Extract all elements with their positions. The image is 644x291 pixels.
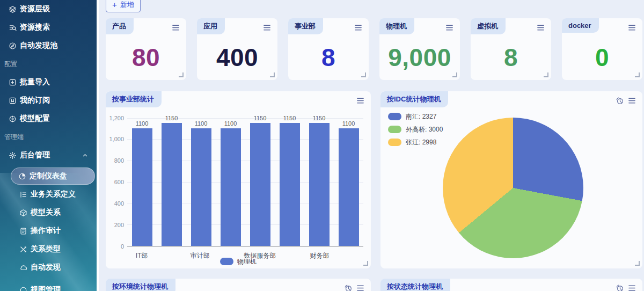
manage-icon <box>19 286 27 291</box>
gear-icon <box>9 151 17 159</box>
sidebar-item-label: 模型配置 <box>20 114 50 123</box>
legend-item[interactable]: 张江: 2998 <box>388 138 443 147</box>
card-actions <box>344 284 364 291</box>
bar[interactable] <box>191 128 211 245</box>
sidebar-item-cloud[interactable]: 自动发现 <box>0 258 97 277</box>
bar-value-label: 1150 <box>313 115 326 121</box>
bar-slot: 1150 <box>245 118 275 246</box>
bar-slot: 1150 <box>304 118 334 246</box>
add-button-label: 新增 <box>120 0 134 10</box>
stat-card-value: 8 <box>471 45 551 70</box>
stat-card-label: 应用 <box>197 18 225 34</box>
stat-card-虚拟机: 虚拟机8 <box>471 18 551 80</box>
audit-doc-icon <box>19 227 27 235</box>
stat-card-物理机: 物理机9,000 <box>379 18 460 80</box>
swap-icon <box>19 245 27 253</box>
legend-label: 外高桥: 3000 <box>406 125 443 134</box>
charts-row: 按事业部统计 1,2001,0008006004002000 110011501… <box>106 91 642 268</box>
sidebar-item-label: 业务关系定义 <box>31 190 76 199</box>
bar[interactable] <box>280 123 300 245</box>
pie-chart-legend: 南汇: 2327外高桥: 3000张江: 2998 <box>388 112 443 147</box>
sidebar-item-discovery-pool[interactable]: 自动发现池 <box>0 37 97 55</box>
plus-icon: + <box>112 1 117 9</box>
legend-item[interactable]: 外高桥: 3000 <box>388 125 443 134</box>
resize-handle[interactable] <box>452 72 457 77</box>
stat-card-应用: 应用400 <box>197 18 277 80</box>
sidebar-item-label: 自动发现 <box>31 263 61 272</box>
stat-card-产品: 产品80 <box>106 18 186 80</box>
sidebar-section-header: 配置 <box>0 55 97 73</box>
sidebar-item-manage[interactable]: 视图管理 <box>0 281 97 291</box>
sidebar-item-audit-doc[interactable]: 操作审计 <box>0 222 97 240</box>
bar[interactable] <box>162 123 182 245</box>
pie-chart-icon[interactable] <box>616 284 624 291</box>
pie-chart[interactable] <box>443 118 583 258</box>
sidebar-item-label: 我的订阅 <box>20 96 50 105</box>
bar-chart-card: 按事业部统计 1,2001,0008006004002000 110011501… <box>106 91 371 268</box>
legend-label: 物理机 <box>237 257 257 266</box>
menu-icon[interactable] <box>356 284 364 291</box>
search-icon <box>9 24 17 32</box>
sidebar-item-dashboard-pie[interactable]: 定制仪表盘 <box>11 168 95 185</box>
model-config-icon <box>9 115 17 123</box>
sidebar-nav: 资源层级资源搜索自动发现池配置批量导入我的订阅模型配置管理端后台管理定制仪表盘业… <box>0 0 97 291</box>
bar-value-label: 1150 <box>283 115 296 121</box>
stat-card-label: 事业部 <box>288 18 323 34</box>
menu-icon[interactable] <box>628 97 636 105</box>
sidebar-item-gear[interactable]: 后台管理 <box>0 146 97 164</box>
sidebar-item-subscription[interactable]: 我的订阅 <box>0 91 97 110</box>
menu-icon[interactable] <box>356 97 364 105</box>
menu-icon[interactable] <box>263 24 271 32</box>
pie-chart-card: 按IDC统计物理机 南汇: 2327外高桥: 3000张江: 2998 <box>380 91 642 268</box>
bar[interactable] <box>221 128 241 245</box>
card-title: 按环境统计物理机 <box>106 279 175 291</box>
sidebar-item-import[interactable]: 批量导入 <box>0 73 97 91</box>
stat-card-value: 9,000 <box>379 45 460 70</box>
resize-handle[interactable] <box>635 72 640 77</box>
stat-card-label: docker <box>562 18 599 33</box>
relation-list-icon <box>19 191 27 199</box>
bar-slot: 1150 <box>157 118 186 246</box>
resize-handle[interactable] <box>363 261 368 266</box>
legend-item[interactable]: 南汇: 2327 <box>388 112 443 121</box>
bar[interactable] <box>250 123 270 245</box>
pie-chart-icon[interactable] <box>344 284 352 291</box>
sidebar-item-layers[interactable]: 资源层级 <box>0 0 97 18</box>
sidebar-item-cube[interactable]: 模型关系 <box>0 203 97 222</box>
menu-icon[interactable] <box>354 24 362 32</box>
bar-value-label: 1100 <box>136 120 149 127</box>
stat-card-value: 80 <box>106 45 186 70</box>
sidebar-item-relation-list[interactable]: 业务关系定义 <box>0 185 97 203</box>
stat-card-label: 物理机 <box>379 18 414 34</box>
bar-slot: 1100 <box>334 118 363 246</box>
pie-chart-icon[interactable] <box>616 97 624 105</box>
menu-icon[interactable] <box>537 24 545 32</box>
menu-icon[interactable] <box>445 24 453 32</box>
stat-card-value: 8 <box>288 45 369 70</box>
menu-icon[interactable] <box>172 24 180 32</box>
resize-handle[interactable] <box>361 72 366 77</box>
sidebar-item-swap[interactable]: 关系类型 <box>0 240 97 258</box>
resize-handle[interactable] <box>635 261 640 266</box>
sidebar-item-model-config[interactable]: 模型配置 <box>0 110 97 128</box>
resize-handle[interactable] <box>179 72 184 77</box>
resize-handle[interactable] <box>544 72 548 77</box>
menu-icon[interactable] <box>628 24 636 32</box>
sidebar-item-search[interactable]: 资源搜索 <box>0 18 97 37</box>
discovery-pool-icon <box>9 42 17 50</box>
bar[interactable] <box>132 128 152 245</box>
menu-icon[interactable] <box>628 284 636 291</box>
bottom-chart-card: 按状态统计物理机 <box>380 279 642 291</box>
y-axis: 1,2001,0008006004002000 <box>106 118 124 246</box>
resize-handle[interactable] <box>270 72 275 77</box>
bar-value-label: 1100 <box>342 120 355 127</box>
sidebar-item-label: 操作审计 <box>31 226 61 236</box>
bar-chart-legend[interactable]: 物理机 <box>106 257 371 266</box>
bar-value-label: 1100 <box>224 120 237 127</box>
stat-cards-row: 产品80应用400事业部8物理机9,000虚拟机8docker0 <box>106 18 642 80</box>
sidebar-item-label: 资源层级 <box>20 4 50 14</box>
bar[interactable] <box>339 128 359 245</box>
add-button[interactable]: + 新增 <box>106 0 141 12</box>
bar[interactable] <box>309 123 330 245</box>
y-tick-label: 1,200 <box>109 115 124 121</box>
